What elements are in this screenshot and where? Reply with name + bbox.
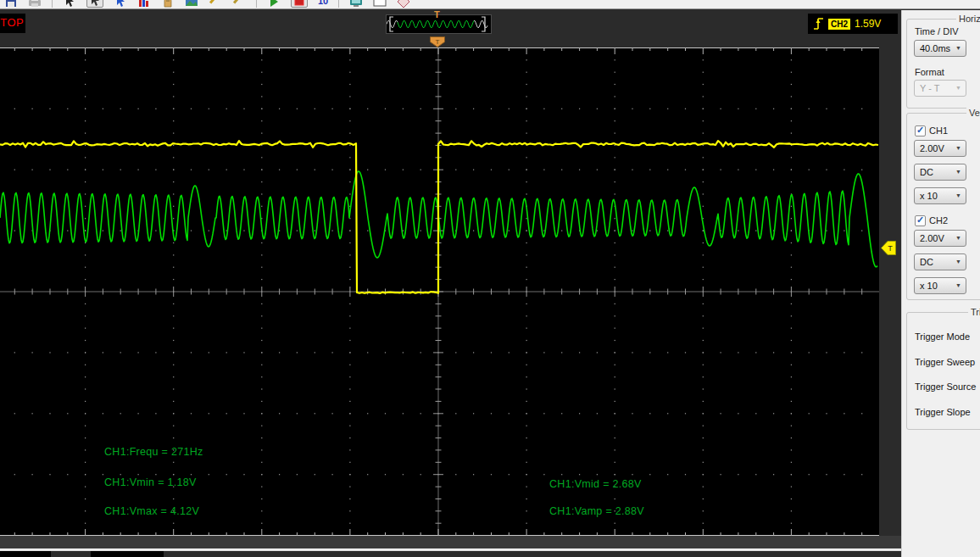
display-icon[interactable]	[349, 0, 363, 8]
trigger-group-label: Trig	[968, 307, 980, 317]
chevron-down-icon: ▼	[955, 259, 961, 265]
horizontal-group: Horiz Time / DIV 40.0ms ▼ Format Y - T ▼	[906, 19, 980, 109]
rising-edge-icon	[813, 16, 824, 31]
time-div-value: 40.0ms	[920, 43, 950, 53]
trigger-position-label: T	[436, 38, 440, 46]
svg-text:CH1:Vmid = 2.68V: CH1:Vmid = 2.68V	[549, 478, 642, 490]
track-cursor-icon[interactable]	[114, 0, 127, 8]
window-icon[interactable]	[373, 0, 387, 8]
toolbar: 10	[0, 0, 980, 9]
chevron-down-icon: ▼	[955, 85, 961, 91]
histogram-icon[interactable]	[137, 0, 151, 8]
acquisition-status-text: STOP	[0, 16, 24, 29]
chevron-down-icon: ▼	[955, 192, 961, 198]
hand-icon[interactable]	[161, 0, 175, 8]
vertical-group-label: Ver	[966, 108, 980, 118]
scope-display[interactable]: CH1:Frequ = 271HzCH1:Vmin = 1.18VCH1:Vma…	[0, 47, 879, 536]
scope-bottom-band	[0, 536, 901, 549]
ch1-probe-value: x 10	[920, 191, 938, 201]
trigger-mode-label: Trigger Mode	[915, 331, 970, 342]
ch1-volts-div-select[interactable]: 2.00V ▼	[914, 140, 966, 157]
status-segment	[0, 551, 51, 557]
ch2-probe-value: x 10	[920, 281, 938, 291]
trigger-level-label: T	[888, 244, 893, 253]
scope-graticule-and-traces: CH1:Frequ = 271HzCH1:Vmin = 1.18VCH1:Vma…	[0, 47, 879, 536]
preview-trigger-marker[interactable]: T	[434, 9, 440, 19]
status-segment	[91, 551, 164, 557]
run-icon[interactable]	[267, 0, 281, 8]
ch1-coupling-value: DC	[920, 167, 933, 177]
trigger-sweep-label: Trigger Sweep	[915, 357, 975, 367]
trigger-group: Trig Trigger Mode Trigger Sweep Trigger …	[906, 312, 980, 430]
ch2-volts-div-value: 2.00V	[920, 233, 944, 243]
trigger-level-value: 1.59V	[855, 18, 881, 30]
checkbox-icon: ✓	[915, 215, 926, 226]
status-bar	[0, 551, 901, 557]
stop-button[interactable]	[291, 0, 308, 8]
svg-text:CH1:Vamp = 2.88V: CH1:Vamp = 2.88V	[549, 505, 644, 517]
trigger-position-marker[interactable]: T	[430, 36, 445, 47]
pen2-icon[interactable]	[232, 0, 246, 8]
format-select: Y - T ▼	[914, 80, 966, 97]
format-label: Format	[915, 67, 944, 77]
ch2-enable-checkbox[interactable]: ✓ CH2	[915, 214, 948, 226]
vertical-group: Ver ✓ CH1 2.00V ▼ DC ▼ x 10 ▼ ✓ CH2	[906, 113, 980, 300]
chevron-down-icon: ▼	[955, 145, 961, 151]
ch2-coupling-value: DC	[920, 257, 933, 267]
toolbar-separator	[338, 0, 339, 8]
control-strip: STOP T CH2 1.59V	[0, 10, 901, 47]
ch1-volts-div-value: 2.00V	[920, 143, 944, 153]
ch1-probe-select[interactable]: x 10 ▼	[914, 187, 966, 204]
time-div-select[interactable]: 40.0ms ▼	[914, 40, 966, 57]
x10-toolbar-button[interactable]: 10	[318, 0, 328, 8]
trigger-level-marker[interactable]: T	[881, 241, 896, 255]
ch1-enable-checkbox[interactable]: ✓ CH1	[915, 125, 948, 136]
horizontal-group-label: Horiz	[956, 14, 980, 24]
about-icon[interactable]	[397, 0, 410, 8]
svg-text:CH1:Vmax = 4.12V: CH1:Vmax = 4.12V	[104, 505, 200, 517]
ch1-label: CH1	[929, 125, 948, 136]
chevron-down-icon: ▼	[955, 45, 961, 51]
checkbox-icon: ✓	[915, 125, 926, 136]
chevron-down-icon: ▼	[955, 169, 961, 175]
trigger-readout: CH2 1.59V	[808, 14, 898, 34]
scope-right-gutter	[879, 47, 901, 536]
acquisition-status: STOP	[0, 14, 25, 33]
format-value: Y - T	[920, 83, 939, 93]
trigger-source-badge: CH2	[828, 19, 850, 30]
print-icon[interactable]	[28, 0, 42, 8]
ch2-probe-select[interactable]: x 10 ▼	[914, 277, 966, 294]
time-div-label: Time / DIV	[915, 26, 959, 36]
svg-text:CH1:Vmin = 1.18V: CH1:Vmin = 1.18V	[104, 476, 197, 488]
chevron-down-icon: ▼	[955, 282, 961, 288]
oscilloscope-app: 10 STOP T CH2 1.59V CH1:Frequ = 271HzCH1…	[0, 0, 980, 557]
trigger-slope-label: Trigger Slope	[915, 407, 971, 417]
cursor-icon[interactable]	[63, 0, 76, 8]
ch2-volts-div-select[interactable]: 2.00V ▼	[914, 230, 966, 247]
snapshot-icon[interactable]	[185, 0, 198, 8]
chevron-down-icon: ▼	[955, 235, 961, 241]
zoom-cursor-button[interactable]	[86, 0, 103, 8]
save-icon[interactable]	[4, 0, 18, 8]
ch2-coupling-select[interactable]: DC ▼	[914, 253, 966, 270]
ch2-label: CH2	[929, 215, 948, 226]
svg-text:CH1:Frequ = 271Hz: CH1:Frequ = 271Hz	[104, 446, 203, 458]
toolbar-separator	[256, 0, 257, 8]
settings-panel: Horiz Time / DIV 40.0ms ▼ Format Y - T ▼…	[901, 10, 980, 557]
toolbar-separator	[52, 0, 53, 8]
zoom-cursor-icon	[88, 0, 102, 7]
stop-icon	[292, 0, 306, 7]
trigger-source-label: Trigger Source	[915, 382, 976, 392]
pen-icon[interactable]	[209, 0, 222, 8]
ch1-coupling-select[interactable]: DC ▼	[914, 164, 966, 181]
